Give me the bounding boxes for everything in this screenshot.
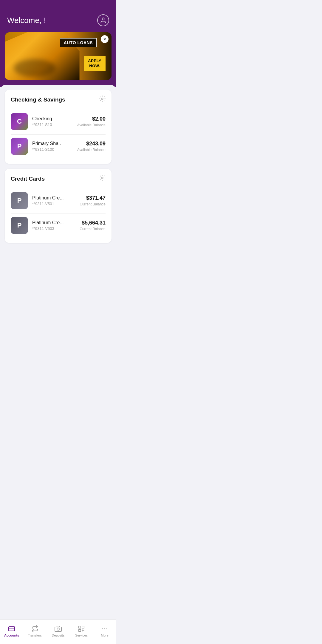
checking-account-balance: $2.00 Available Balance (77, 116, 106, 127)
credit-cards-settings-icon[interactable] (99, 175, 106, 183)
profile-button[interactable] (97, 14, 109, 26)
platinum2-account-row[interactable]: P Platinum Cre... **9311-V503 $5,664.31 … (11, 213, 106, 237)
checking-account-number: **9311-S10 (32, 122, 77, 127)
primary-sha-account-balance: $243.09 Available Balance (77, 141, 106, 152)
platinum2-account-icon: P (11, 217, 28, 234)
checking-account-icon: C (11, 113, 28, 130)
primary-sha-balance-label: Available Balance (77, 148, 106, 152)
primary-sha-account-info: Primary Sha.. **9311-S100 (32, 141, 77, 152)
svg-point-1 (101, 98, 103, 100)
checking-savings-header: Checking & Savings (11, 96, 106, 104)
primary-sha-account-number: **9311-S100 (32, 147, 77, 152)
banner-close-button[interactable]: × (101, 35, 109, 43)
platinum1-balance-amount: $371.47 (80, 195, 106, 201)
platinum2-balance-label: Current Balance (80, 227, 106, 231)
primary-sha-account-icon: P (11, 138, 28, 155)
credit-cards-header: Credit Cards (11, 175, 106, 183)
platinum1-account-info: Platinum Cre... **9311-V501 (32, 195, 80, 206)
checking-account-info: Checking **9311-S10 (32, 116, 77, 127)
person-icon (100, 17, 106, 24)
platinum1-account-balance: $371.47 Current Balance (80, 195, 106, 206)
primary-sha-account-row[interactable]: P Primary Sha.. **9311-S100 $243.09 Avai… (11, 134, 106, 158)
platinum1-balance-label: Current Balance (80, 202, 106, 206)
platinum2-account-info: Platinum Cre... **9311-V503 (32, 220, 80, 231)
platinum1-account-icon: P (11, 192, 28, 209)
main-content: Checking & Savings C Checking **9311-S10… (0, 85, 116, 282)
auto-loans-banner[interactable]: AUTO LOANS APPLY NOW. × (5, 32, 112, 80)
checking-account-name: Checking (32, 116, 77, 122)
apply-now-button[interactable]: APPLY NOW. (84, 56, 106, 71)
checking-balance-label: Available Balance (77, 123, 106, 127)
checking-savings-card: Checking & Savings C Checking **9311-S10… (5, 90, 112, 164)
credit-cards-card: Credit Cards P Platinum Cre... **9311-V5… (5, 169, 112, 243)
platinum1-account-row[interactable]: P Platinum Cre... **9311-V501 $371.47 Cu… (11, 189, 106, 212)
primary-sha-balance-amount: $243.09 (77, 141, 106, 147)
checking-balance-amount: $2.00 (77, 116, 106, 122)
platinum2-balance-amount: $5,664.31 (80, 220, 106, 226)
platinum2-account-balance: $5,664.31 Current Balance (80, 220, 106, 231)
primary-sha-account-name: Primary Sha.. (32, 141, 77, 146)
svg-point-0 (102, 18, 104, 20)
platinum2-account-number: **9311-V503 (32, 226, 80, 231)
banner-container: AUTO LOANS APPLY NOW. × (0, 32, 116, 87)
welcome-exclamation: ! (44, 16, 46, 25)
checking-account-row[interactable]: C Checking **9311-S10 $2.00 Available Ba… (11, 110, 106, 133)
platinum2-account-name: Platinum Cre... (32, 220, 80, 225)
header: Welcome, ! (0, 0, 116, 32)
welcome-text: Welcome, ! (7, 16, 46, 25)
banner-title: AUTO LOANS (60, 38, 97, 47)
platinum1-account-number: **9311-V501 (32, 202, 80, 206)
checking-savings-settings-icon[interactable] (99, 96, 106, 104)
checking-savings-title: Checking & Savings (11, 96, 65, 103)
credit-cards-title: Credit Cards (11, 176, 45, 182)
welcome-label: Welcome, (7, 16, 41, 25)
platinum1-account-name: Platinum Cre... (32, 195, 80, 201)
svg-point-2 (101, 177, 103, 179)
